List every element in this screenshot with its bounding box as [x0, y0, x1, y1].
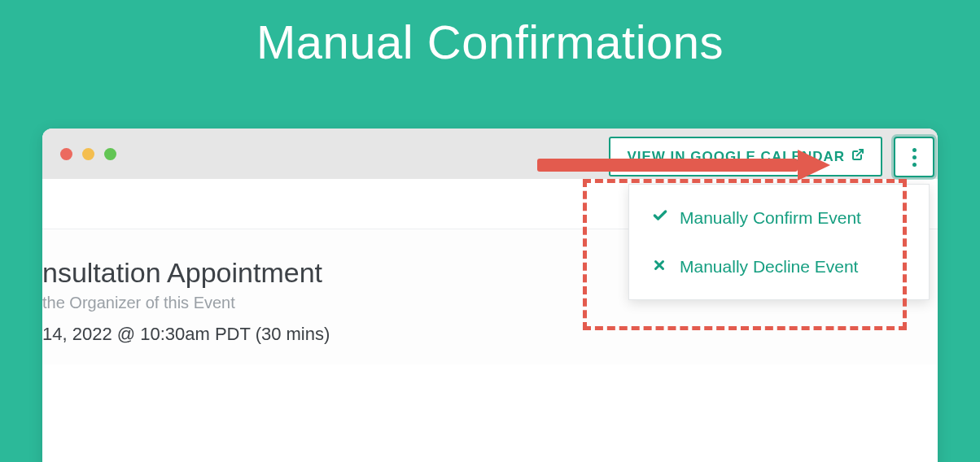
kebab-dot-icon [912, 155, 917, 159]
confirm-label: Manually Confirm Event [680, 208, 861, 228]
page-title: Manual Confirmations [0, 15, 980, 69]
external-link-icon [851, 148, 864, 165]
more-actions-button[interactable] [894, 137, 934, 177]
more-actions-menu: Manually Confirm Event Manually Decline … [628, 184, 930, 300]
event-datetime: 14, 2022 @ 10:30am PDT (30 mins) [42, 324, 918, 345]
x-icon [652, 257, 668, 277]
check-icon [652, 207, 668, 228]
window-maximize-icon[interactable] [104, 148, 116, 160]
decline-label: Manually Decline Event [680, 257, 858, 277]
kebab-dot-icon [912, 148, 917, 152]
event-action-bar: VIEW IN GOOGLE CALENDAR [609, 137, 934, 177]
window-minimize-icon[interactable] [82, 148, 94, 160]
manually-decline-menu-item[interactable]: Manually Decline Event [629, 242, 929, 291]
view-calendar-label: VIEW IN GOOGLE CALENDAR [627, 149, 845, 165]
view-in-google-calendar-button[interactable]: VIEW IN GOOGLE CALENDAR [609, 137, 882, 177]
manually-confirm-menu-item[interactable]: Manually Confirm Event [629, 193, 929, 242]
window-close-icon[interactable] [60, 148, 72, 160]
kebab-dot-icon [912, 163, 917, 167]
